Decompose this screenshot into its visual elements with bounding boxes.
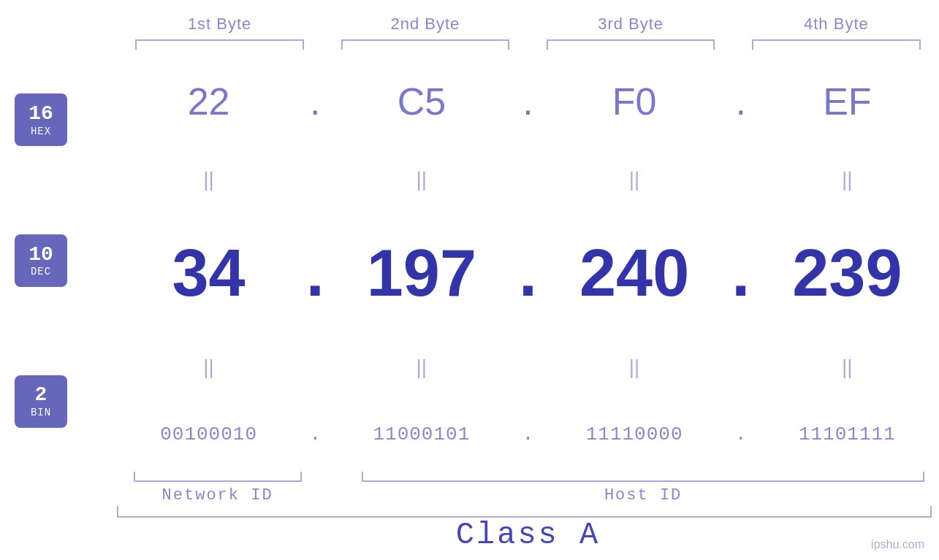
bin-dot-1: . bbox=[300, 423, 330, 445]
host-id-section: Host ID bbox=[347, 472, 939, 505]
host-id-label: Host ID bbox=[604, 486, 682, 505]
badge-dec-label: DEC bbox=[31, 266, 51, 277]
badges-column: 16 HEX 10 DEC 2 BIN bbox=[15, 50, 67, 472]
badge-hex-number: 16 bbox=[28, 103, 53, 126]
bin-dot-2: . bbox=[514, 423, 543, 445]
bracket-cell-3 bbox=[528, 39, 734, 50]
eq1-b2: || bbox=[330, 168, 513, 191]
bin-row: 00100010 . 11000101 . 11110000 . 1110111… bbox=[117, 423, 939, 445]
bin-b1: 00100010 bbox=[117, 423, 300, 445]
eq2-b3: || bbox=[543, 356, 726, 379]
byte3-header: 3rd Byte bbox=[528, 15, 734, 34]
byte1-header: 1st Byte bbox=[117, 15, 322, 34]
dec-row: 34 . 197 . 240 . 239 bbox=[117, 236, 939, 311]
equals-row-1: || || || || bbox=[117, 169, 939, 191]
dec-dot-1: . bbox=[300, 236, 330, 311]
host-bracket bbox=[362, 472, 924, 482]
class-a-label: Class A bbox=[456, 518, 600, 553]
network-id-label: Network ID bbox=[162, 486, 273, 505]
equals-row-2: || || || || bbox=[117, 356, 939, 378]
bracket-cell-4 bbox=[734, 39, 939, 50]
dec-dot-3: . bbox=[726, 236, 756, 311]
bin-b4: 11101111 bbox=[756, 423, 939, 445]
bracket-top-3 bbox=[547, 39, 715, 50]
hex-b2: C5 bbox=[330, 80, 513, 123]
bracket-top-2 bbox=[341, 39, 510, 50]
main-container: 1st Byte 2nd Byte 3rd Byte 4th Byte 16 H… bbox=[0, 0, 939, 560]
bracket-cell-1 bbox=[117, 39, 322, 50]
badge-bin-label: BIN bbox=[31, 407, 51, 418]
hex-dot-3: . bbox=[726, 80, 756, 123]
hex-dot-1: . bbox=[300, 80, 330, 123]
eq1-b1: || bbox=[117, 168, 300, 191]
eq1-b4: || bbox=[756, 168, 939, 191]
dot-spacer-bottom bbox=[318, 472, 347, 505]
bracket-top-1 bbox=[135, 39, 304, 50]
network-bracket bbox=[134, 472, 302, 482]
bracket-top-4 bbox=[752, 39, 921, 50]
class-bracket bbox=[117, 506, 932, 518]
badge-bin-number: 2 bbox=[35, 384, 47, 407]
bracket-cell-2 bbox=[322, 39, 528, 50]
badge-bin: 2 BIN bbox=[15, 375, 67, 428]
byte4-header: 4th Byte bbox=[734, 15, 939, 34]
byte2-header: 2nd Byte bbox=[322, 15, 528, 34]
hex-row: 22 . C5 . F0 . EF bbox=[117, 80, 939, 123]
badge-hex: 16 HEX bbox=[15, 93, 67, 146]
dec-b2: 197 bbox=[330, 236, 513, 311]
bin-b2: 11000101 bbox=[330, 423, 513, 445]
dec-dot-2: . bbox=[514, 236, 543, 311]
bin-b3: 11110000 bbox=[543, 423, 726, 445]
hex-b3: F0 bbox=[543, 80, 726, 123]
dec-b4: 239 bbox=[756, 236, 939, 311]
eq1-b3: || bbox=[543, 168, 726, 191]
hex-b1: 22 bbox=[117, 80, 300, 123]
dec-b3: 240 bbox=[543, 236, 726, 311]
badge-dec-number: 10 bbox=[28, 244, 53, 266]
top-brackets bbox=[0, 39, 939, 50]
byte-headers: 1st Byte 2nd Byte 3rd Byte 4th Byte bbox=[0, 15, 939, 34]
eq2-b2: || bbox=[330, 356, 513, 379]
badge-hex-label: HEX bbox=[31, 126, 51, 137]
footer: ipshu.com bbox=[871, 538, 924, 551]
footer-text: ipshu.com bbox=[871, 538, 924, 551]
bin-dot-3: . bbox=[726, 423, 756, 445]
dec-b1: 34 bbox=[117, 236, 300, 311]
class-label-row: Class A bbox=[0, 518, 939, 553]
hex-b4: EF bbox=[756, 80, 939, 123]
class-bracket-container bbox=[0, 506, 939, 518]
network-id-section: Network ID bbox=[117, 472, 318, 505]
eq2-b1: || bbox=[117, 356, 300, 379]
hex-dot-2: . bbox=[514, 80, 543, 123]
eq2-b4: || bbox=[756, 356, 939, 379]
badge-dec: 10 DEC bbox=[15, 234, 67, 287]
